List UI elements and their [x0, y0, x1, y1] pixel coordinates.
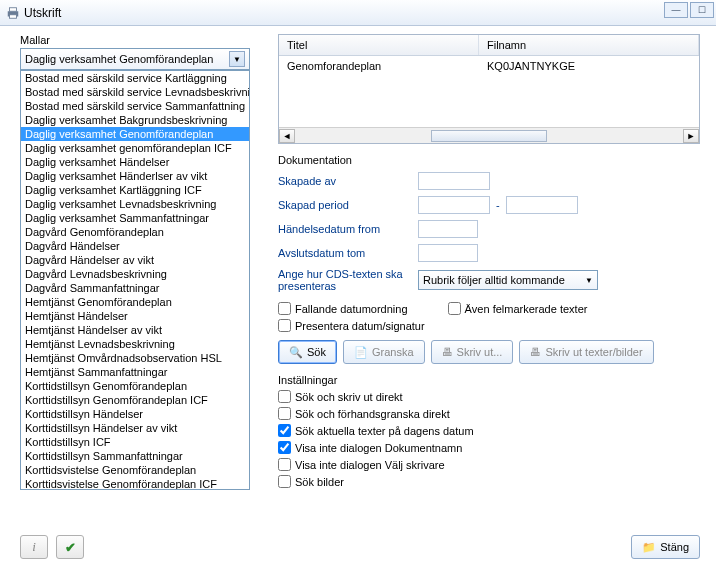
list-item[interactable]: Korttidstillsyn Genomförandeplan [21, 379, 249, 393]
skapad-period-label: Skapad period [278, 199, 418, 211]
list-item[interactable]: Daglig verksamhet Kartläggning ICF [21, 183, 249, 197]
skriv-ut-button[interactable]: 🖶Skriv ut... [431, 340, 514, 364]
scroll-thumb[interactable] [431, 130, 547, 142]
cell-titel: Genomforandeplan [279, 56, 479, 76]
preview-icon: 📄 [354, 346, 368, 359]
list-item[interactable]: Korttidstillsyn Genomförandeplan ICF [21, 393, 249, 407]
list-item[interactable]: Daglig verksamhet genomförandeplan ICF [21, 141, 249, 155]
cds-dropdown[interactable]: Rubrik följer alltid kommande ▼ [418, 270, 598, 290]
setting-checkbox-0[interactable]: Sök och skriv ut direkt [278, 390, 700, 403]
aven-fel-checkbox[interactable]: Även felmarkerade texter [448, 302, 588, 315]
fallande-checkbox[interactable]: Fallande datumordning [278, 302, 408, 315]
list-item[interactable]: Daglig verksamhet Händerlser av vikt [21, 169, 249, 183]
avslutsdatum-label: Avslutsdatum tom [278, 247, 418, 259]
avslutsdatum-input[interactable] [418, 244, 478, 262]
list-item[interactable]: Hemtjänst Levnadsbeskrivning [21, 337, 249, 351]
cds-value: Rubrik följer alltid kommande [423, 274, 565, 286]
list-item[interactable]: Hemtjänst Händelser av vikt [21, 323, 249, 337]
list-item[interactable]: Hemtjänst Omvårdnadsobservation HSL [21, 351, 249, 365]
mallar-label: Mallar [20, 34, 260, 46]
window-title: Utskrift [24, 6, 61, 20]
list-item[interactable]: Dagvård Levnadsbeskrivning [21, 267, 249, 281]
sok-button[interactable]: 🔍Sök [278, 340, 337, 364]
scroll-right-icon[interactable]: ► [683, 129, 699, 143]
granska-button[interactable]: 📄Granska [343, 340, 425, 364]
table-hscrollbar[interactable]: ◄ ► [279, 127, 699, 143]
list-item[interactable]: Dagvård Händelser av vikt [21, 253, 249, 267]
dokumentation-label: Dokumentation [278, 154, 700, 166]
list-item[interactable]: Korttidstillsyn ICF [21, 435, 249, 449]
mallar-combobox[interactable]: Daglig verksamhet Genomförandeplan ▼ [20, 48, 250, 70]
list-item[interactable]: Hemtjänst Genomförandeplan [21, 295, 249, 309]
printer-icon [6, 6, 20, 20]
list-item[interactable]: Daglig verksamhet Genomförandeplan [21, 127, 249, 141]
chevron-down-icon: ▼ [585, 276, 593, 285]
list-item[interactable]: Hemtjänst Sammanfattningar [21, 365, 249, 379]
skapade-av-label: Skapade av [278, 175, 418, 187]
col-titel[interactable]: Titel [279, 35, 479, 55]
handelsedatum-label: Händelsedatum from [278, 223, 418, 235]
result-table[interactable]: Titel Filnamn Genomforandeplan KQ0JANTNY… [278, 34, 700, 144]
svg-rect-2 [10, 14, 17, 18]
list-item[interactable]: Bostad med särskild service Sammanfattni… [21, 99, 249, 113]
skapade-av-input[interactable] [418, 172, 490, 190]
chevron-down-icon: ▼ [229, 51, 245, 67]
ok-button[interactable]: ✔ [56, 535, 84, 559]
list-item[interactable]: Daglig verksamhet Levnadsbeskrivning [21, 197, 249, 211]
list-item[interactable]: Daglig verksamhet Sammanfattningar [21, 211, 249, 225]
list-item[interactable]: Bostad med särskild service Levnadsbeskr… [21, 85, 249, 99]
list-item[interactable]: Daglig verksamhet Bakgrundsbeskrivning [21, 113, 249, 127]
check-icon: ✔ [65, 540, 76, 555]
setting-checkbox-1[interactable]: Sök och förhandsgranska direkt [278, 407, 700, 420]
info-icon: i [32, 539, 36, 555]
maximize-button[interactable]: ☐ [690, 2, 714, 18]
cds-label: Ange hur CDS-texten ska presenteras [278, 268, 418, 292]
printer-icon: 🖶 [442, 346, 453, 358]
folder-icon: 📁 [642, 541, 656, 554]
list-item[interactable]: Hemtjänst Händelser [21, 309, 249, 323]
info-button[interactable]: i [20, 535, 48, 559]
skriv-texter-button[interactable]: 🖶Skriv ut texter/bilder [519, 340, 653, 364]
list-item[interactable]: Korttidstillsyn Sammanfattningar [21, 449, 249, 463]
installningar-label: Inställningar [278, 374, 700, 386]
scroll-left-icon[interactable]: ◄ [279, 129, 295, 143]
stang-button[interactable]: 📁 Stäng [631, 535, 700, 559]
titlebar: Utskrift — ☐ [0, 0, 716, 26]
search-icon: 🔍 [289, 346, 303, 359]
period-from-input[interactable] [418, 196, 490, 214]
svg-rect-1 [10, 7, 17, 11]
list-item[interactable]: Bostad med särskild service Kartläggning [21, 71, 249, 85]
mallar-listbox[interactable]: Bostad med särskild service Kartläggning… [20, 70, 250, 490]
col-filnamn[interactable]: Filnamn [479, 35, 699, 55]
setting-checkbox-5[interactable]: Sök bilder [278, 475, 700, 488]
table-row[interactable]: Genomforandeplan KQ0JANTNYKGE [279, 56, 699, 76]
list-item[interactable]: Dagvård Händelser [21, 239, 249, 253]
list-item[interactable]: Korttidstillsyn Händelser av vikt [21, 421, 249, 435]
list-item[interactable]: Korttidsvistelse Genomförandeplan ICF [21, 477, 249, 490]
list-item[interactable]: Korttidsvistelse Genomförandeplan [21, 463, 249, 477]
setting-checkbox-2[interactable]: Sök aktuella texter på dagens datum [278, 424, 700, 437]
list-item[interactable]: Korttidstillsyn Händelser [21, 407, 249, 421]
mallar-selected: Daglig verksamhet Genomförandeplan [25, 53, 213, 65]
list-item[interactable]: Dagvård Sammanfattningar [21, 281, 249, 295]
printer-icon: 🖶 [530, 346, 541, 358]
cell-filnamn: KQ0JANTNYKGE [479, 56, 699, 76]
presentera-checkbox[interactable]: Presentera datum/signatur [278, 319, 700, 332]
period-to-input[interactable] [506, 196, 578, 214]
setting-checkbox-3[interactable]: Visa inte dialogen Dokumentnamn [278, 441, 700, 454]
minimize-button[interactable]: — [664, 2, 688, 18]
list-item[interactable]: Dagvård Genomförandeplan [21, 225, 249, 239]
setting-checkbox-4[interactable]: Visa inte dialogen Välj skrivare [278, 458, 700, 471]
handelsedatum-input[interactable] [418, 220, 478, 238]
list-item[interactable]: Daglig verksamhet Händelser [21, 155, 249, 169]
